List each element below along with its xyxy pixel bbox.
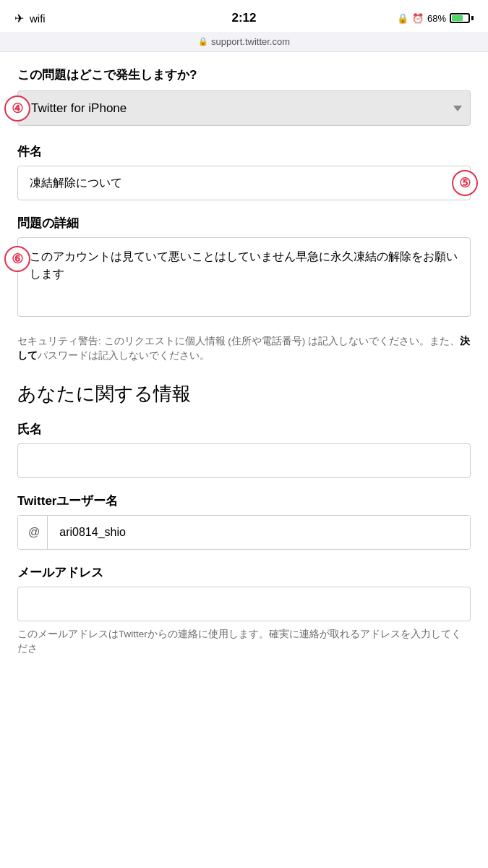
- subject-section: 件名 ⑤: [17, 143, 471, 200]
- problem-location-dropdown[interactable]: Twitter for iPhone: [17, 90, 471, 126]
- name-section: 氏名: [17, 421, 471, 478]
- url-text: support.twitter.com: [211, 36, 290, 47]
- battery-percent: 68%: [427, 13, 446, 24]
- detail-section: 問題の詳細 ⑥ このアカウントは見ていて悪いことはしていません早急に永久凍結の解…: [17, 215, 471, 320]
- problem-location-section: この問題はどこで発生しますか? ④ Twitter for iPhone: [17, 67, 471, 126]
- status-right-icons: 🔒 ⏰ 68%: [397, 13, 474, 24]
- step6-badge: ⑥: [4, 246, 30, 272]
- url-bar[interactable]: 🔒 support.twitter.com: [0, 32, 488, 52]
- status-left-icons: ✈ wifi: [14, 12, 46, 25]
- subject-input-row: ⑤: [17, 166, 471, 200]
- security-notice-text2: パスワードは記入しないでください。: [38, 350, 210, 361]
- email-section: メールアドレス このメールアドレスはTwitterからの連絡に使用します。確実に…: [17, 564, 471, 657]
- personal-info-header: あなたに関する情報: [17, 381, 471, 407]
- detail-textarea[interactable]: このアカウントは見ていて悪いことはしていません早急に永久凍結の解除をお願いします: [17, 237, 471, 317]
- username-label: Twitterユーザー名: [17, 493, 471, 509]
- screen-lock-icon: 🔒: [397, 13, 408, 24]
- username-input-row: @: [17, 515, 471, 550]
- airplane-icon: ✈: [14, 12, 24, 25]
- name-label: 氏名: [17, 421, 471, 438]
- status-time: 2:12: [231, 11, 256, 25]
- subject-label: 件名: [17, 143, 471, 160]
- battery-icon: [450, 13, 474, 23]
- email-input[interactable]: [17, 587, 471, 621]
- at-symbol: @: [18, 516, 48, 549]
- main-content: この問題はどこで発生しますか? ④ Twitter for iPhone 件名 …: [0, 52, 488, 685]
- lock-icon: 🔒: [198, 37, 208, 46]
- problem-location-label: この問題はどこで発生しますか?: [17, 67, 471, 83]
- step5-badge: ⑤: [452, 170, 478, 196]
- alarm-icon: ⏰: [412, 13, 424, 24]
- email-footer-notice: このメールアドレスはTwitterからの連絡に使用します。確実に連絡が取れるアド…: [17, 627, 471, 657]
- security-notice: セキュリティ警告: このリクエストに個人情報 (住所や電話番号) は記入しないで…: [17, 334, 471, 364]
- detail-label: 問題の詳細: [17, 215, 471, 231]
- username-section: Twitterユーザー名 @: [17, 493, 471, 550]
- dropdown-row: ④ Twitter for iPhone: [17, 90, 471, 126]
- name-input[interactable]: [17, 443, 471, 478]
- email-label: メールアドレス: [17, 564, 471, 581]
- subject-input[interactable]: [17, 166, 471, 200]
- step4-badge: ④: [4, 95, 30, 122]
- status-bar: ✈ wifi 2:12 🔒 ⏰ 68%: [0, 0, 488, 32]
- wifi-icon: wifi: [30, 12, 46, 25]
- username-input[interactable]: [48, 516, 470, 549]
- security-notice-text1: セキュリティ警告: このリクエストに個人情報 (住所や電話番号) は記入しないで…: [17, 336, 460, 346]
- detail-textarea-row: ⑥ このアカウントは見ていて悪いことはしていません早急に永久凍結の解除をお願いし…: [17, 237, 471, 320]
